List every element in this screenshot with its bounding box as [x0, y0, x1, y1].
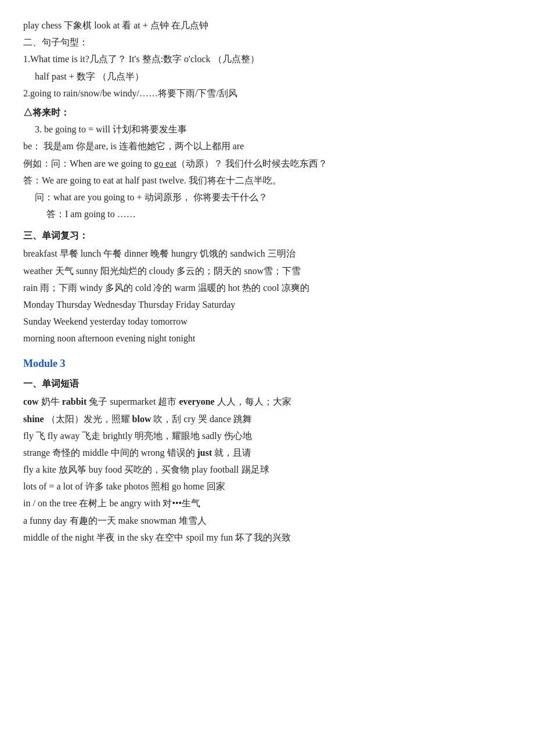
module3-vocab-4: fly a kite 放风筝 buy food 买吃的，买食物 play foo…	[23, 462, 511, 477]
module3-vocab-8: middle of the night 半夜 in the sky 在空中 sp…	[23, 530, 511, 545]
module3-vocab-7: a funny day 有趣的一天 make snowman 堆雪人	[23, 513, 511, 528]
module3-title: Module 3	[23, 355, 511, 373]
module3-vocab-6: in / on the tree 在树上 be angry with 对•••生…	[23, 495, 511, 511]
sentence-3: 2.going to rain/snow/be windy/……将要下雨/下雪/…	[23, 85, 511, 101]
module3-vocab-3: strange 奇怪的 middle 中间的 wrong 错误的 just 就，…	[23, 445, 511, 460]
future-line-4: 问：what are you going to + 动词原形， 你将要去干什么？	[35, 189, 511, 205]
future-line-1: be： 我是am 你是are, is 连着他她它，两个以上都用 are	[23, 138, 511, 154]
sentence-2: half past + 数字 （几点半）	[35, 69, 511, 84]
vocab-row-5: morning noon afternoon evening night ton…	[23, 330, 511, 346]
page-content: play chess 下象棋 look at 看 at + 点钟 在几点钟 二、…	[23, 17, 511, 545]
future-line-2: 例如：问：When are we going to go eat（动原）？ 我们…	[23, 156, 511, 171]
vocab-row-4: Sunday Weekend yesterday today tomorrow	[23, 314, 511, 329]
section3-title: 三、单词复习：	[23, 228, 511, 243]
module3-vocab-1: shine （太阳）发光，照耀 blow 吹，刮 cry 哭 dance 跳舞	[23, 411, 511, 427]
module3-section1-title: 一、单词短语	[23, 376, 511, 391]
vocab-row-1: weather 天气 sunny 阳光灿烂的 cloudy 多云的；阴天的 sn…	[23, 263, 511, 279]
future-title: △将来时：	[23, 105, 511, 120]
module3-vocab-2: fly 飞 fly away 飞走 brightly 明亮地，耀眼地 sadly…	[23, 428, 511, 444]
module3-vocab-0: cow 奶牛 rabbit 兔子 supermarket 超市 everyone…	[23, 394, 511, 409]
top-vocab-line1: play chess 下象棋 look at 看 at + 点钟 在几点钟	[23, 17, 511, 33]
future-line-5: 答：I am going to ……	[46, 206, 511, 222]
module3-vocab-5: lots of = a lot of 许多 take photos 照相 go …	[23, 478, 511, 494]
vocab-row-0: breakfast 早餐 lunch 午餐 dinner 晚餐 hungry 饥…	[23, 246, 511, 261]
vocab-row-3: Monday Thursday Wednesday Thursday Frida…	[23, 297, 511, 312]
future-line-3: 答：We are going to eat at half past twelv…	[23, 172, 511, 188]
sentence-1: 1.What time is it?几点了？ It's 整点:数字 o'cloc…	[23, 51, 511, 67]
section2-title: 二、句子句型：	[23, 34, 511, 50]
vocab-text-1: play chess 下象棋 look at 看 at + 点钟 在几点钟	[23, 20, 208, 30]
future-line-0: 3. be going to = will 计划和将要发生事	[35, 121, 511, 137]
vocab-row-2: rain 雨；下雨 windy 多风的 cold 冷的 warm 温暖的 hot…	[23, 280, 511, 296]
